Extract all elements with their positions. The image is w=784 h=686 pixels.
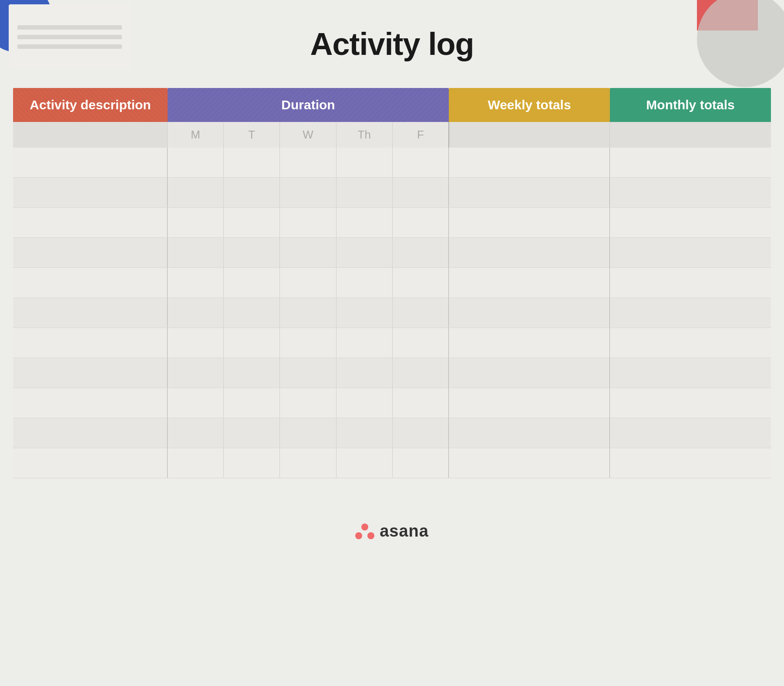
day-w-cell[interactable]: [280, 178, 336, 207]
duration-cell: [168, 388, 449, 418]
weekly-cell[interactable]: [449, 148, 610, 177]
table-row: [13, 268, 771, 298]
day-f-cell[interactable]: [393, 148, 448, 177]
day-t-cell[interactable]: [224, 328, 280, 358]
day-t-cell[interactable]: [224, 388, 280, 418]
activity-cell[interactable]: [13, 238, 168, 267]
day-w-cell[interactable]: [280, 208, 336, 237]
day-f-cell[interactable]: [393, 418, 448, 448]
day-m-cell[interactable]: [168, 268, 224, 297]
day-t-cell[interactable]: [224, 178, 280, 207]
day-t-cell[interactable]: [224, 298, 280, 328]
monthly-cell[interactable]: [610, 358, 771, 388]
weekly-cell[interactable]: [449, 238, 610, 267]
day-m-cell[interactable]: [168, 388, 224, 418]
monthly-cell[interactable]: [610, 418, 771, 448]
day-f-cell[interactable]: [393, 448, 448, 478]
activity-cell[interactable]: [13, 388, 168, 418]
day-t-cell[interactable]: [224, 448, 280, 478]
day-f-cell[interactable]: [393, 178, 448, 207]
day-m-cell[interactable]: [168, 298, 224, 328]
day-th-cell[interactable]: [336, 358, 393, 388]
monthly-cell[interactable]: [610, 238, 771, 267]
day-th-cell[interactable]: [336, 448, 393, 478]
day-m-cell[interactable]: [168, 328, 224, 358]
duration-cell: [168, 238, 449, 267]
weekly-cell[interactable]: [449, 388, 610, 418]
weekly-cell[interactable]: [449, 448, 610, 478]
day-f-cell[interactable]: [393, 328, 448, 358]
day-t-cell[interactable]: [224, 238, 280, 267]
day-w-cell[interactable]: [280, 388, 336, 418]
header-duration: Duration: [168, 88, 449, 122]
day-w-cell[interactable]: [280, 148, 336, 177]
day-th-cell[interactable]: [336, 268, 393, 297]
day-m-cell[interactable]: [168, 448, 224, 478]
day-w-cell[interactable]: [280, 448, 336, 478]
weekly-cell[interactable]: [449, 208, 610, 237]
day-f-cell[interactable]: [393, 208, 448, 237]
day-t-cell[interactable]: [224, 418, 280, 448]
activity-cell[interactable]: [13, 298, 168, 328]
day-th-cell[interactable]: [336, 388, 393, 418]
day-f-cell[interactable]: [393, 358, 448, 388]
day-m-cell[interactable]: [168, 178, 224, 207]
day-w-cell[interactable]: [280, 268, 336, 297]
day-th-cell[interactable]: [336, 148, 393, 177]
day-f-cell[interactable]: [393, 268, 448, 297]
weekly-cell[interactable]: [449, 178, 610, 207]
day-th-cell[interactable]: [336, 328, 393, 358]
day-w-cell[interactable]: [280, 358, 336, 388]
day-w-cell[interactable]: [280, 418, 336, 448]
day-w-cell[interactable]: [280, 298, 336, 328]
day-w-cell[interactable]: [280, 328, 336, 358]
day-th-cell[interactable]: [336, 298, 393, 328]
table-row: [13, 208, 771, 238]
page-title: Activity log: [0, 26, 784, 62]
day-f-cell[interactable]: [393, 238, 448, 267]
day-t-cell[interactable]: [224, 268, 280, 297]
day-m-cell[interactable]: [168, 208, 224, 237]
day-th-cell[interactable]: [336, 238, 393, 267]
day-m-cell[interactable]: [168, 358, 224, 388]
table-row: [13, 358, 771, 388]
activity-cell[interactable]: [13, 328, 168, 358]
monthly-cell[interactable]: [610, 448, 771, 478]
weekly-cell[interactable]: [449, 358, 610, 388]
weekly-cell[interactable]: [449, 298, 610, 328]
day-m-cell[interactable]: [168, 148, 224, 177]
activity-cell[interactable]: [13, 208, 168, 237]
header-monthly: Monthly totals: [610, 88, 771, 122]
day-m-cell[interactable]: [168, 238, 224, 267]
monthly-cell[interactable]: [610, 328, 771, 358]
day-w-cell[interactable]: [280, 238, 336, 267]
activity-cell[interactable]: [13, 448, 168, 478]
activity-cell[interactable]: [13, 418, 168, 448]
day-m-cell[interactable]: [168, 418, 224, 448]
day-f-cell[interactable]: [393, 298, 448, 328]
activity-cell[interactable]: [13, 178, 168, 207]
activity-cell[interactable]: [13, 268, 168, 297]
day-f-cell[interactable]: [393, 388, 448, 418]
weekly-cell[interactable]: [449, 328, 610, 358]
monthly-cell[interactable]: [610, 388, 771, 418]
weekly-cell[interactable]: [449, 268, 610, 297]
header-weekly: Weekly totals: [449, 88, 610, 122]
asana-dot-right: [367, 532, 374, 539]
weekly-cell[interactable]: [449, 418, 610, 448]
monthly-cell[interactable]: [610, 298, 771, 328]
day-t-cell[interactable]: [224, 358, 280, 388]
activity-cell[interactable]: [13, 358, 168, 388]
monthly-cell[interactable]: [610, 208, 771, 237]
day-th-cell[interactable]: [336, 178, 393, 207]
monthly-cell[interactable]: [610, 178, 771, 207]
day-t-cell[interactable]: [224, 208, 280, 237]
table-row: [13, 298, 771, 328]
day-wednesday: W: [280, 122, 336, 148]
day-t-cell[interactable]: [224, 148, 280, 177]
day-th-cell[interactable]: [336, 418, 393, 448]
day-th-cell[interactable]: [336, 208, 393, 237]
monthly-cell[interactable]: [610, 148, 771, 177]
monthly-cell[interactable]: [610, 268, 771, 297]
activity-cell[interactable]: [13, 148, 168, 177]
